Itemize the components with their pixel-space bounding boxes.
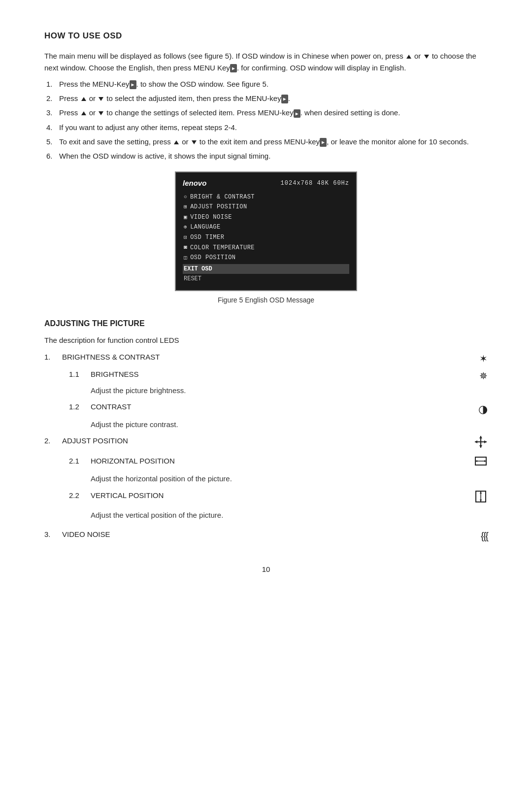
sub-item-brightness: 1.1 BRIGHTNESS ✵ — [44, 368, 488, 384]
step-5: 5. To exit and save the setting, press o… — [44, 136, 488, 147]
page-content: HOW TO USE OSD The main menu will be dis… — [44, 30, 488, 575]
sub-item-vertical: 2.2 VERTICAL POSITION — [44, 490, 488, 508]
osd-exit: EXIT OSD — [183, 264, 349, 274]
osd-figure: lenovo 1024x768 48K 60Hz ☼ BRIGHT & CONT… — [44, 171, 488, 305]
svg-marker-3 — [479, 445, 482, 448]
lang-icon: ⊕ — [184, 223, 187, 232]
page-title: HOW TO USE OSD — [44, 30, 488, 42]
osd-menu-timer: ⊡ OSD TIMER — [183, 233, 349, 243]
horizontal-icon — [468, 455, 488, 472]
contrast-desc: Adjust the picture contrast. — [44, 419, 488, 430]
step-1: 1. Press the MENU-Key▶. to show the OSD … — [44, 78, 488, 90]
adjust-position-icon — [468, 435, 488, 453]
horizontal-desc: Adjust the horizontal position of the pi… — [44, 473, 488, 484]
step-4: 4. If you want to adjust any other items… — [44, 122, 488, 133]
osd-logo: lenovo — [183, 177, 206, 189]
adjusting-title: ADJUSTING THE PICTURE — [44, 318, 488, 330]
osd-menu-lang: ⊕ LANGUAGE — [183, 222, 349, 233]
sub-item-contrast: 1.2 CONTRAST ◑ — [44, 401, 488, 418]
item-brightness-contrast: 1. BRIGHTNESS & CONTRAST ✶ — [44, 351, 488, 366]
svg-marker-2 — [479, 436, 482, 438]
brightness-desc: Adjust the picture brightness. — [44, 385, 488, 396]
svg-marker-5 — [484, 440, 487, 443]
page-number: 10 — [44, 564, 488, 575]
osd-menu-pos: ◫ OSD POSITION — [183, 253, 349, 263]
figure-caption: Figure 5 English OSD Message — [218, 295, 314, 306]
osd-menu-adjust: ⊞ ADJUST POSITION — [183, 202, 349, 212]
osd-menu-video: ▣ VIDEO NOISE — [183, 212, 349, 223]
adjusting-section: ADJUSTING THE PICTURE The description fo… — [44, 318, 488, 544]
osd-resolution: 1024x768 48K 60Hz — [281, 179, 349, 188]
pos-icon: ◫ — [184, 254, 187, 262]
item-adjust-position: 2. ADJUST POSITION — [44, 435, 488, 453]
bright-icon: ☼ — [184, 193, 187, 201]
step-3: 3. Press or to change the settings of se… — [44, 107, 488, 118]
color-icon: ◙ — [184, 243, 187, 252]
sub-item-horizontal: 2.1 HORIZONTAL POSITION — [44, 455, 488, 472]
video-noise-icon: {{{ — [468, 529, 488, 544]
svg-marker-4 — [475, 440, 477, 443]
contrast-icon: ◑ — [468, 401, 488, 418]
intro-paragraph: The main menu will be displayed as follo… — [44, 50, 488, 73]
osd-menu-color: ◙ COLOR TEMPERATURE — [183, 243, 349, 253]
brightness-contrast-icon: ✶ — [468, 351, 488, 366]
adjust-icon: ⊞ — [184, 203, 187, 211]
video-icon: ▣ — [184, 213, 187, 222]
item-video-noise: 3. VIDEO NOISE {{{ — [44, 529, 488, 544]
vertical-icon — [468, 490, 488, 508]
brightness-icon: ✵ — [468, 368, 488, 384]
osd-header: lenovo 1024x768 48K 60Hz — [183, 177, 349, 189]
osd-screen: lenovo 1024x768 48K 60Hz ☼ BRIGHT & CONT… — [175, 171, 357, 291]
osd-reset: RESET — [183, 274, 349, 284]
step-6: 6. When the OSD window is active, it sho… — [44, 150, 488, 162]
timer-icon: ⊡ — [184, 233, 187, 242]
adjusting-desc: The description for function control LED… — [44, 334, 488, 346]
steps-list: 1. Press the MENU-Key▶. to show the OSD … — [44, 78, 488, 162]
vertical-desc: Adjust the vertical position of the pict… — [44, 509, 488, 521]
step-2: 2. Press or to select the adjusted item,… — [44, 93, 488, 104]
osd-menu-bright: ☼ BRIGHT & CONTRAST — [183, 192, 349, 202]
